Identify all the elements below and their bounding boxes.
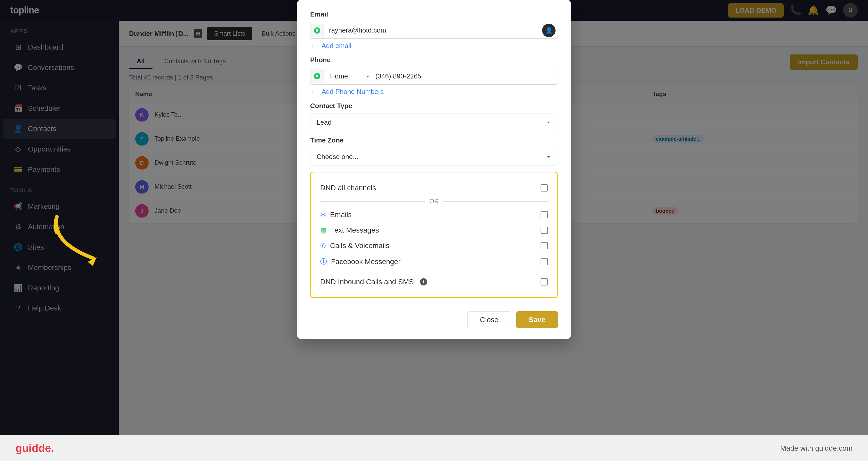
dnd-emails-label: ✉ Emails	[320, 211, 352, 219]
dnd-all-channels-row: DND all channels	[320, 180, 548, 196]
guidde-bar: guidde. Made with guidde.com	[0, 435, 868, 461]
guidde-logo: guidde.	[16, 442, 54, 455]
dnd-calls-row: ✆ Calls & Voicemails	[320, 238, 548, 253]
timezone-label: Time Zone	[310, 136, 558, 144]
dnd-sms-row: ▤ Text Messages	[320, 222, 548, 238]
dnd-fb-label: ⓕ Facebook Messenger	[320, 257, 400, 266]
dnd-sms-checkbox[interactable]	[540, 227, 548, 234]
email-radio[interactable]	[310, 24, 324, 37]
plus-icon: +	[310, 88, 314, 96]
facebook-icon: ⓕ	[320, 257, 327, 266]
dnd-fb-checkbox[interactable]	[540, 258, 548, 265]
timezone-select[interactable]: Choose one...	[310, 148, 558, 165]
email-avatar-icon: 👤	[542, 24, 556, 37]
guidde-tagline: Made with guidde.com	[780, 444, 852, 453]
contact-type-select[interactable]: Lead Customer Prospect Subscriber	[310, 114, 558, 131]
dnd-all-checkbox[interactable]	[540, 184, 548, 191]
add-phone-link[interactable]: + + Add Phone Numbers	[310, 88, 558, 96]
call-icon: ✆	[320, 242, 326, 250]
modal-overlay: Email 👤 + + Add email Phone Home Mobile …	[0, 0, 868, 461]
dnd-inbound-label: DND Inbound Calls and SMS i	[320, 278, 427, 286]
dnd-emails-checkbox[interactable]	[540, 211, 548, 218]
arrow-annotation	[41, 212, 170, 289]
phone-label: Phone	[310, 56, 558, 64]
sms-icon: ▤	[320, 226, 327, 234]
info-icon: i	[420, 278, 427, 285]
svg-marker-0	[88, 257, 97, 266]
radio-dot	[314, 27, 320, 34]
plus-icon: +	[310, 42, 314, 50]
dnd-section: DND all channels OR ✉ Emails ▤ T	[310, 172, 558, 298]
close-button[interactable]: Close	[467, 311, 511, 328]
dnd-calls-label: ✆ Calls & Voicemails	[320, 242, 390, 250]
dnd-fb-row: ⓕ Facebook Messenger	[320, 253, 548, 270]
phone-number-field[interactable]	[370, 68, 558, 84]
phone-type-select[interactable]: Home Mobile Work	[324, 68, 370, 84]
email-input-row: 👤	[310, 22, 558, 39]
save-button[interactable]: Save	[516, 311, 558, 328]
dnd-calls-checkbox[interactable]	[540, 242, 548, 249]
phone-input-row: Home Mobile Work	[310, 68, 558, 85]
contact-type-label: Contact Type	[310, 102, 558, 110]
email-field[interactable]	[324, 22, 542, 38]
modal-footer: Close Save	[310, 306, 558, 328]
phone-radio[interactable]	[310, 69, 324, 83]
dnd-inbound-checkbox[interactable]	[540, 278, 548, 285]
email-label: Email	[310, 10, 558, 18]
or-divider: OR	[320, 198, 548, 205]
dnd-sms-label: ▤ Text Messages	[320, 226, 379, 234]
dnd-inbound-row: DND Inbound Calls and SMS i	[320, 274, 548, 289]
contact-edit-modal: Email 👤 + + Add email Phone Home Mobile …	[297, 0, 571, 339]
add-email-link[interactable]: + + Add email	[310, 42, 558, 50]
email-icon: ✉	[320, 211, 326, 219]
dnd-emails-row: ✉ Emails	[320, 207, 548, 222]
dnd-all-label: DND all channels	[320, 184, 376, 192]
radio-dot	[314, 73, 320, 79]
